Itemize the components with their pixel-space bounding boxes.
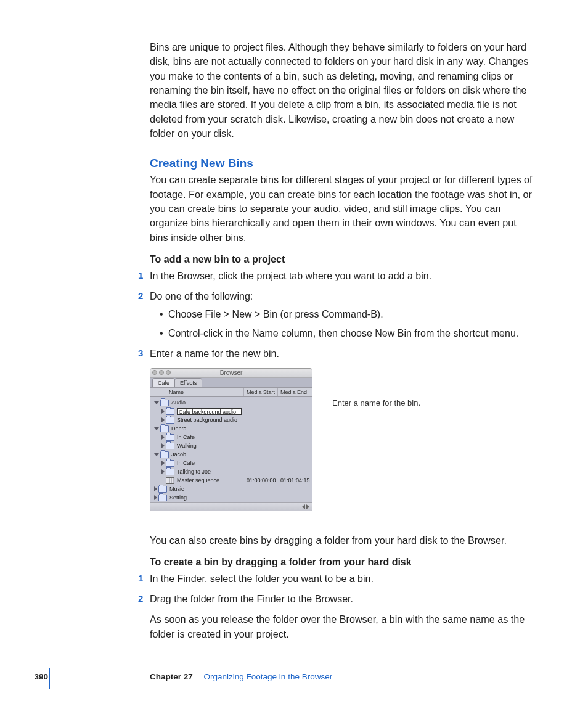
after-screenshot-para: You can also create bins by dragging a f… <box>150 533 535 548</box>
row-street-bg[interactable]: Street background audio <box>150 416 312 424</box>
chevron-right-icon[interactable] <box>154 486 157 491</box>
cell-media-start: 01:00:00:00 <box>244 477 278 483</box>
bin-icon <box>160 451 169 458</box>
col-media-end[interactable]: Media End <box>278 388 312 396</box>
bin-icon <box>158 486 167 493</box>
row-jacob[interactable]: Jacob <box>150 450 312 459</box>
row-label: Walking <box>177 443 197 449</box>
section-paragraph: You can create separate bins for differe… <box>150 173 535 245</box>
row-label: Master sequence <box>177 477 219 483</box>
chevron-right-icon[interactable] <box>161 469 165 474</box>
chevron-right-icon[interactable] <box>161 443 165 448</box>
chevron-down-icon[interactable] <box>154 401 159 404</box>
section-heading: Creating New Bins <box>150 157 535 170</box>
tabs-row: Cafe Effects <box>150 378 312 388</box>
row-talking[interactable]: Talking to Joe <box>150 467 312 476</box>
chevron-right-icon[interactable] <box>161 417 165 422</box>
chevron-down-icon[interactable] <box>154 427 159 430</box>
minimize-icon <box>159 370 164 375</box>
row-debra[interactable]: Debra <box>150 424 312 433</box>
chevron-right-icon[interactable] <box>154 495 157 500</box>
task1-step-2-bullets: Choose File > New > Bin (or press Comman… <box>150 307 535 340</box>
tab-cafe[interactable]: Cafe <box>152 378 175 387</box>
row-label: Jacob <box>171 451 186 458</box>
footer-chapter-title: Organizing Footage in the Browser <box>204 672 333 681</box>
bin-icon <box>166 408 174 415</box>
row-music[interactable]: Music <box>150 485 312 493</box>
bin-icon <box>166 417 174 424</box>
footer-rule <box>49 668 50 689</box>
bin-icon <box>166 460 174 467</box>
close-icon <box>152 370 157 375</box>
row-audio[interactable]: Audio <box>150 398 312 407</box>
task2-heading: To create a bin by dragging a folder fro… <box>150 557 535 568</box>
task1-step-1: In the Browser, click the project tab wh… <box>150 269 535 283</box>
row-label: Debra <box>171 425 187 432</box>
row-label: Talking to Joe <box>177 469 211 475</box>
page-number: 390 <box>23 672 48 681</box>
status-bar <box>150 502 312 511</box>
window-traffic-lights <box>152 370 171 375</box>
task1-heading: To add a new bin to a project <box>150 254 535 265</box>
intro-paragraph: Bins are unique to project files. Althou… <box>150 40 535 141</box>
sequence-icon <box>166 477 174 484</box>
tree: Audio Cafe background audio <box>150 397 312 502</box>
task1-step-2: Do one of the following: Choose File > N… <box>150 289 535 340</box>
bin-icon <box>166 443 174 449</box>
task2-step-2: Drag the folder from the Finder to the B… <box>150 592 535 606</box>
cell-media-end: 01:01:04:15 <box>278 477 312 483</box>
row-setting[interactable]: Setting <box>150 493 312 502</box>
bin-icon <box>166 469 174 475</box>
chevron-right-icon[interactable] <box>161 435 165 440</box>
window-titlebar: Browser <box>150 369 312 378</box>
zoom-icon <box>166 370 171 375</box>
task1-bullet-1: Choose File > New > Bin (or press Comman… <box>160 307 535 321</box>
chevron-right-icon[interactable] <box>161 409 165 414</box>
browser-window: Browser Cafe Effects Name Media Start Me… <box>150 368 312 511</box>
tab-effects[interactable]: Effects <box>174 378 202 387</box>
scroll-left-icon[interactable] <box>302 504 305 509</box>
task1-step-2-text: Do one of the following: <box>150 291 253 302</box>
bin-icon <box>166 434 174 441</box>
footer-chapter: Chapter 27 <box>150 672 193 681</box>
scroll-right-icon[interactable] <box>306 504 309 509</box>
callout-text: Enter a name for the bin. <box>332 398 420 408</box>
chevron-down-icon[interactable] <box>154 453 159 456</box>
task2-step-1: In the Finder, select the folder you wan… <box>150 572 535 586</box>
row-walking[interactable]: Walking <box>150 441 312 450</box>
screenshot: Browser Cafe Effects Name Media Start Me… <box>150 368 535 522</box>
row-label: Setting <box>169 495 187 501</box>
column-headers: Name Media Start Media End <box>150 388 312 397</box>
col-name[interactable]: Name <box>150 388 244 396</box>
row-in-cafe-1[interactable]: In Cafe <box>150 433 312 441</box>
row-label: Audio <box>171 400 186 406</box>
col-media-start[interactable]: Media Start <box>244 388 278 396</box>
window-title: Browser <box>220 369 243 376</box>
chevron-right-icon[interactable] <box>161 461 165 466</box>
row-master[interactable]: Master sequence 01:00:00:00 01:01:04:15 <box>150 476 312 485</box>
rename-input[interactable]: Cafe background audio <box>177 408 242 415</box>
task1-steps: In the Browser, click the project tab wh… <box>150 269 535 361</box>
page: Bins are unique to project files. Althou… <box>0 0 588 706</box>
bin-icon <box>160 400 169 406</box>
footer-text: Chapter 27 Organizing Footage in the Bro… <box>150 672 332 681</box>
row-in-cafe-2[interactable]: In Cafe <box>150 459 312 467</box>
task2-steps: In the Finder, select the folder you wan… <box>150 572 535 606</box>
task1-bullet-2: Control-click in the Name column, then c… <box>160 326 535 340</box>
row-label: In Cafe <box>177 460 195 466</box>
task1-step-3: Enter a name for the new bin. <box>150 347 535 361</box>
row-cafe-bg[interactable]: Cafe background audio <box>150 407 312 416</box>
bin-icon <box>158 495 167 501</box>
closing-para: As soon as you release the folder over t… <box>150 612 535 641</box>
content-column: Bins are unique to project files. Althou… <box>150 40 535 651</box>
row-label: In Cafe <box>177 434 195 440</box>
callout-leader <box>311 403 330 403</box>
row-label: Street background audio <box>177 417 237 423</box>
row-label: Music <box>169 486 184 492</box>
bin-icon <box>160 425 169 432</box>
